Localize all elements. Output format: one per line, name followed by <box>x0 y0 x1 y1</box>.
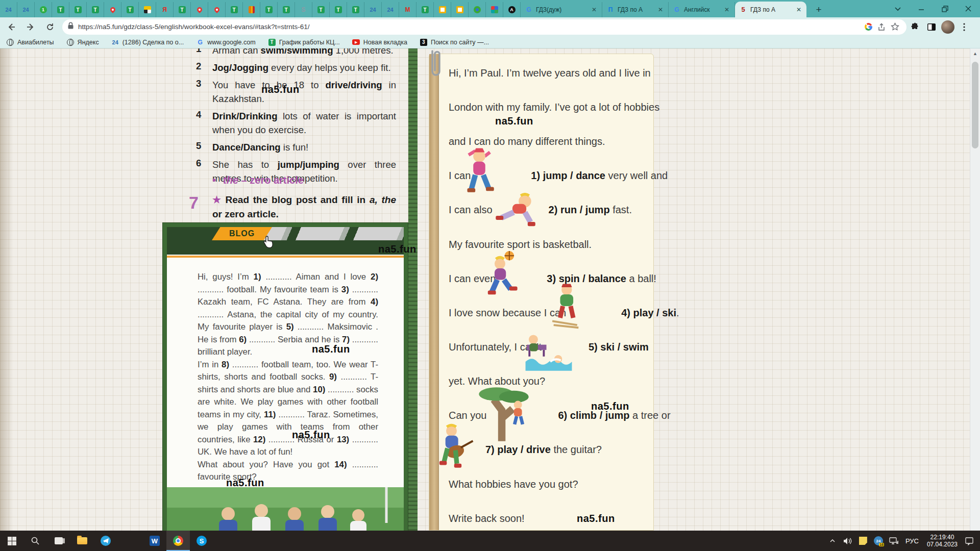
pinned-tab[interactable] <box>104 2 121 17</box>
green-t-icon: Т <box>92 6 99 13</box>
bookmark-item[interactable]: Gwww.google.com <box>196 38 256 46</box>
green-blue-circle-icon <box>474 6 481 13</box>
pinned-tab[interactable]: Т <box>330 2 347 17</box>
tab-close-icon[interactable]: ✕ <box>657 6 664 13</box>
letter-text: Hi, I’m Paul. I’m twelve years old and I… <box>449 67 651 79</box>
browser-tab[interactable]: GГДЗ(дуж)✕ <box>521 2 602 17</box>
pinned-tab[interactable]: Я <box>156 2 174 17</box>
pinned-tab[interactable]: 1 <box>35 2 52 17</box>
pinned-tab[interactable] <box>469 2 486 17</box>
url-text[interactable]: https://na5.fun/gdz/class-5/english/work… <box>78 23 862 31</box>
action-center-icon[interactable] <box>962 531 977 551</box>
bookmark-star-icon[interactable] <box>888 20 901 34</box>
bookmark-item[interactable]: Авиабилеты <box>6 38 54 46</box>
bookmark-item[interactable]: 3Поиск по сайту —... <box>420 38 489 46</box>
new-tab-button[interactable]: + <box>812 3 826 17</box>
pinned-tab[interactable] <box>434 2 451 17</box>
browser-tab[interactable]: ПГДЗ по А✕ <box>602 2 669 17</box>
tab-close-icon[interactable]: ✕ <box>723 6 730 13</box>
pinned-tab[interactable]: 24 <box>0 2 17 17</box>
pinned-tab[interactable]: Т <box>69 2 87 17</box>
site-watermark: na5.fun <box>378 243 416 255</box>
google-icon[interactable] <box>862 20 875 34</box>
pinned-tab[interactable]: Т <box>347 2 364 17</box>
green-t-icon: Т <box>75 6 82 13</box>
green-circle-1-icon: 1 <box>40 6 47 13</box>
bookmark-item[interactable]: Яндекс <box>66 38 99 46</box>
language-indicator[interactable]: РУС <box>905 537 919 545</box>
pinned-tab[interactable]: Т <box>121 2 139 17</box>
tray-sticky-note[interactable] <box>855 531 871 551</box>
taskbar-start-button[interactable] <box>0 531 23 551</box>
pinned-tab[interactable]: Т <box>87 2 104 17</box>
tray-speaker[interactable] <box>840 531 855 551</box>
pinned-tab[interactable]: 24 <box>382 2 399 17</box>
pinned-tab[interactable] <box>243 2 260 17</box>
pinned-tab[interactable]: S <box>295 2 312 17</box>
share-icon[interactable] <box>875 20 888 34</box>
back-button[interactable] <box>3 19 19 35</box>
star-icon: ★ <box>212 194 223 205</box>
bookmark-label: (1286) Сделка по о... <box>122 39 184 46</box>
pinned-tab[interactable]: 24 <box>364 2 382 17</box>
exercise-item: 5Dance/Dancing is fun! <box>196 140 396 154</box>
tray-chevron-up[interactable] <box>825 531 840 551</box>
page-edge-shadow <box>0 48 13 531</box>
pinned-tab[interactable]: Т <box>226 2 243 17</box>
extensions-puzzle-icon[interactable] <box>908 19 923 35</box>
page-gutter <box>408 48 418 531</box>
minimize-button[interactable] <box>910 0 933 17</box>
taskbar-search-button[interactable] <box>23 531 47 551</box>
scroll-up-arrow[interactable]: ▲ <box>970 49 980 58</box>
tab-close-icon[interactable]: ✕ <box>591 6 598 13</box>
tray-network[interactable] <box>886 531 901 551</box>
browser-tab[interactable]: GАнглийск✕ <box>669 2 735 17</box>
pinned-tab[interactable]: Т <box>260 2 278 17</box>
pinned-tab[interactable]: A <box>503 2 521 17</box>
tab-search-chevron-icon[interactable] <box>886 0 910 17</box>
pinned-tab[interactable] <box>451 2 469 17</box>
reload-button[interactable] <box>42 19 58 35</box>
url-bar[interactable]: https://na5.fun/gdz/class-5/english/work… <box>62 19 906 35</box>
pinned-tab[interactable]: M <box>399 2 416 17</box>
pinned-tab[interactable]: Т <box>174 2 191 17</box>
side-panel-icon[interactable] <box>924 19 939 35</box>
page-scrollbar[interactable]: ▲ <box>970 48 980 531</box>
letter-text: Write back soon! <box>449 513 525 524</box>
exercise-item: 1Arman can swim/swimming 1,000 metres. <box>196 48 396 57</box>
taskbar-clock[interactable]: 22:19:40 07.04.2023 <box>927 534 958 548</box>
pinned-tab[interactable] <box>139 2 156 17</box>
taskbar-word-button[interactable]: W <box>143 531 166 551</box>
letter-text: My favourite sport is basketball. <box>449 239 592 250</box>
taskbar-chrome-button[interactable] <box>166 531 190 551</box>
tab-title: ГДЗ по А <box>618 6 654 13</box>
bookmark-item[interactable]: 24(1286) Сделка по о... <box>111 38 184 46</box>
tab-close-icon[interactable]: ✕ <box>795 6 802 13</box>
bookmark-item[interactable]: ▶Новая вкладка <box>352 38 407 46</box>
tray-badge-2416[interactable]: 2416 <box>871 531 886 551</box>
active-tab[interactable]: 5ГДЗ по А✕ <box>735 2 806 17</box>
taskbar-explorer-button[interactable] <box>70 531 94 551</box>
site-watermark: na5.fun <box>591 400 629 412</box>
close-window-button[interactable] <box>957 0 980 17</box>
taskbar-skype-button[interactable]: S <box>190 531 213 551</box>
taskbar-taskview-button[interactable] <box>47 531 70 551</box>
letter-line: My favourite sport is basketball. <box>449 239 650 251</box>
pinned-tab[interactable] <box>191 2 208 17</box>
pinned-tab[interactable] <box>208 2 226 17</box>
letter-text: 1) jump / dance very well and <box>531 170 668 181</box>
pinned-tab[interactable]: Т <box>52 2 69 17</box>
pinned-tab[interactable]: Т <box>312 2 330 17</box>
pinned-tab[interactable]: 24 <box>17 2 35 17</box>
browser-menu-icon[interactable] <box>957 19 972 35</box>
restore-button[interactable] <box>933 0 957 17</box>
pinned-tab[interactable]: Т <box>416 2 434 17</box>
taskbar-telegram-button[interactable] <box>94 531 117 551</box>
grammar-note: •the – zero article <box>212 174 304 186</box>
bookmark-item[interactable]: ТГрафик работы КЦ... <box>268 38 340 46</box>
pinned-tab[interactable]: Т <box>278 2 295 17</box>
scrollbar-thumb[interactable] <box>972 62 978 148</box>
forward-button[interactable] <box>22 19 39 35</box>
pinned-tab[interactable] <box>486 2 503 17</box>
profile-avatar[interactable] <box>940 19 955 35</box>
